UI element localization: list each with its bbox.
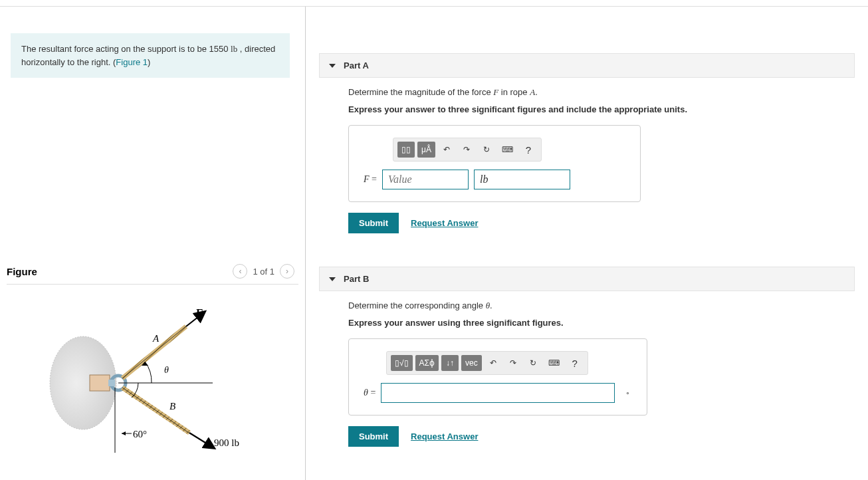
degree-symbol: ∘	[625, 389, 630, 398]
part-a-header[interactable]: Part A	[319, 53, 855, 78]
svg-rect-4	[90, 375, 110, 391]
part-b-description: Determine the corresponding angle θ.	[348, 300, 855, 311]
svg-text:B: B	[169, 401, 175, 412]
undo-button[interactable]: ↶	[485, 355, 502, 371]
svg-marker-22	[122, 431, 126, 435]
svg-text:F: F	[196, 306, 203, 319]
part-a-description: Determine the magnitude of the force F i…	[348, 87, 855, 98]
problem-unit: lb	[231, 44, 237, 54]
value-input-a[interactable]	[382, 170, 469, 189]
figure-prev-button[interactable]: ‹	[233, 264, 247, 279]
greek-button[interactable]: ΑΣϕ	[415, 355, 439, 371]
figure-1: F A θ B 60° 900 lb	[7, 297, 298, 458]
request-answer-link-b[interactable]: Request Answer	[411, 431, 478, 441]
problem-text-before: The resultant force acting on the suppor…	[21, 44, 231, 54]
value-input-b[interactable]	[381, 383, 615, 403]
request-answer-link-a[interactable]: Request Answer	[411, 218, 478, 228]
answer-box-a: ▯▯ μÅ ↶ ↷ ↻ ⌨ ? F =	[348, 125, 641, 202]
toolbar-a: ▯▯ μÅ ↶ ↷ ↻ ⌨ ?	[393, 138, 542, 162]
svg-text:θ: θ	[164, 365, 169, 375]
reset-button[interactable]: ↻	[478, 142, 495, 158]
help-button[interactable]: ?	[520, 142, 537, 158]
units-button[interactable]: μÅ	[417, 142, 435, 158]
chevron-down-icon	[329, 64, 336, 68]
unit-input-a[interactable]	[474, 170, 570, 189]
svg-line-12	[122, 388, 191, 434]
submit-button-a[interactable]: Submit	[348, 213, 399, 233]
part-b-header[interactable]: Part B	[319, 267, 855, 291]
help-button[interactable]: ?	[566, 355, 584, 371]
submit-button-b[interactable]: Submit	[348, 426, 399, 447]
keyboard-button[interactable]: ⌨	[498, 142, 517, 158]
problem-statement: The resultant force acting on the suppor…	[11, 33, 290, 78]
templates-button[interactable]: ▯√▯	[391, 355, 413, 371]
svg-rect-6	[108, 380, 115, 386]
svg-text:60°: 60°	[133, 429, 147, 439]
svg-line-13	[189, 433, 214, 448]
keyboard-button[interactable]: ⌨	[544, 355, 564, 371]
reset-button[interactable]: ↻	[524, 355, 542, 371]
vec-button[interactable]: vec	[461, 355, 482, 371]
figure-title: Figure	[7, 266, 37, 277]
part-b-title: Part B	[344, 274, 369, 284]
templates-button[interactable]: ▯▯	[397, 142, 415, 158]
part-a-title: Part A	[344, 60, 369, 70]
figure-pager: 1 of 1	[253, 267, 274, 277]
subsup-button[interactable]: ↓↑	[441, 355, 459, 371]
undo-button[interactable]: ↶	[438, 142, 455, 158]
problem-text-close: )	[148, 57, 150, 67]
svg-text:A: A	[152, 333, 160, 344]
part-b-instruction: Express your answer using three signific…	[348, 318, 855, 328]
svg-text:900 lb: 900 lb	[214, 437, 239, 448]
chevron-down-icon	[329, 277, 336, 281]
redo-button[interactable]: ↷	[504, 355, 522, 371]
redo-button[interactable]: ↷	[458, 142, 475, 158]
figure-link[interactable]: Figure 1	[116, 57, 148, 67]
toolbar-b: ▯√▯ ΑΣϕ ↓↑ vec ↶ ↷ ↻ ⌨ ?	[386, 351, 588, 375]
answer-box-b: ▯√▯ ΑΣϕ ↓↑ vec ↶ ↷ ↻ ⌨ ? θ = ∘	[348, 338, 647, 416]
part-a-instruction: Express your answer to three significant…	[348, 104, 855, 114]
figure-next-button[interactable]: ›	[280, 264, 294, 279]
